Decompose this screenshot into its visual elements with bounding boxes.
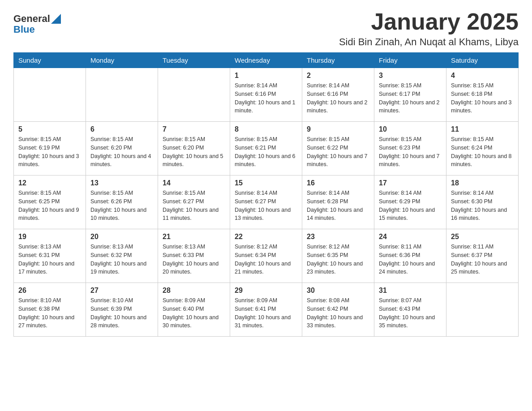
day-sun-info: Sunrise: 8:14 AM Sunset: 6:16 PM Dayligh… xyxy=(235,81,297,115)
weekday-header-row: SundayMondayTuesdayWednesdayThursdayFrid… xyxy=(14,53,519,68)
page-header: General Blue January 2025 Sidi Bin Zinah… xyxy=(13,9,519,48)
calendar-empty-cell xyxy=(14,68,86,122)
day-number: 26 xyxy=(18,287,81,295)
weekday-header-friday: Friday xyxy=(374,53,446,68)
day-number: 20 xyxy=(90,233,153,241)
day-sun-info: Sunrise: 8:11 AM Sunset: 6:36 PM Dayligh… xyxy=(379,243,442,276)
day-sun-info: Sunrise: 8:14 AM Sunset: 6:27 PM Dayligh… xyxy=(235,189,297,223)
calendar-day-5: 5Sunrise: 8:15 AM Sunset: 6:19 PM Daylig… xyxy=(14,122,86,176)
calendar-day-12: 12Sunrise: 8:15 AM Sunset: 6:25 PM Dayli… xyxy=(14,176,86,229)
day-sun-info: Sunrise: 8:15 AM Sunset: 6:26 PM Dayligh… xyxy=(90,189,153,223)
calendar-day-13: 13Sunrise: 8:15 AM Sunset: 6:26 PM Dayli… xyxy=(86,176,158,229)
logo: General Blue xyxy=(13,13,61,35)
day-sun-info: Sunrise: 8:13 AM Sunset: 6:32 PM Dayligh… xyxy=(90,243,153,276)
day-sun-info: Sunrise: 8:08 AM Sunset: 6:42 PM Dayligh… xyxy=(307,296,369,330)
calendar-day-15: 15Sunrise: 8:14 AM Sunset: 6:27 PM Dayli… xyxy=(230,176,302,229)
calendar-empty-cell xyxy=(158,68,230,122)
day-sun-info: Sunrise: 8:15 AM Sunset: 6:27 PM Dayligh… xyxy=(163,189,225,223)
day-number: 1 xyxy=(235,72,297,80)
calendar-day-11: 11Sunrise: 8:15 AM Sunset: 6:24 PM Dayli… xyxy=(446,122,519,176)
day-number: 19 xyxy=(18,233,81,241)
day-number: 5 xyxy=(18,125,81,133)
calendar-day-18: 18Sunrise: 8:14 AM Sunset: 6:30 PM Dayli… xyxy=(446,176,519,229)
day-number: 16 xyxy=(307,179,369,187)
calendar-table: SundayMondayTuesdayWednesdayThursdayFrid… xyxy=(13,52,519,337)
day-number: 18 xyxy=(451,179,514,187)
day-number: 30 xyxy=(307,287,369,295)
weekday-header-monday: Monday xyxy=(86,53,158,68)
day-number: 21 xyxy=(163,233,225,241)
day-number: 27 xyxy=(90,287,153,295)
day-sun-info: Sunrise: 8:15 AM Sunset: 6:25 PM Dayligh… xyxy=(18,189,81,223)
day-sun-info: Sunrise: 8:11 AM Sunset: 6:37 PM Dayligh… xyxy=(451,243,514,276)
day-number: 13 xyxy=(90,179,153,187)
calendar-day-8: 8Sunrise: 8:15 AM Sunset: 6:21 PM Daylig… xyxy=(230,122,302,176)
calendar-day-23: 23Sunrise: 8:12 AM Sunset: 6:35 PM Dayli… xyxy=(302,229,374,283)
day-sun-info: Sunrise: 8:15 AM Sunset: 6:23 PM Dayligh… xyxy=(379,135,442,169)
day-number: 4 xyxy=(451,72,514,80)
calendar-day-6: 6Sunrise: 8:15 AM Sunset: 6:20 PM Daylig… xyxy=(86,122,158,176)
day-sun-info: Sunrise: 8:07 AM Sunset: 6:43 PM Dayligh… xyxy=(379,296,442,330)
weekday-header-sunday: Sunday xyxy=(14,53,86,68)
day-sun-info: Sunrise: 8:10 AM Sunset: 6:38 PM Dayligh… xyxy=(18,296,81,330)
calendar-day-31: 31Sunrise: 8:07 AM Sunset: 6:43 PM Dayli… xyxy=(374,283,446,337)
logo-text: General Blue xyxy=(13,13,61,35)
calendar-empty-cell xyxy=(86,68,158,122)
location-subtitle: Sidi Bin Zinah, An Nuqat al Khams, Libya xyxy=(339,36,519,48)
calendar-day-3: 3Sunrise: 8:15 AM Sunset: 6:17 PM Daylig… xyxy=(374,68,446,122)
calendar-day-4: 4Sunrise: 8:15 AM Sunset: 6:18 PM Daylig… xyxy=(446,68,519,122)
calendar-day-20: 20Sunrise: 8:13 AM Sunset: 6:32 PM Dayli… xyxy=(86,229,158,283)
day-number: 23 xyxy=(307,233,369,241)
day-sun-info: Sunrise: 8:15 AM Sunset: 6:19 PM Dayligh… xyxy=(18,135,81,169)
day-sun-info: Sunrise: 8:14 AM Sunset: 6:16 PM Dayligh… xyxy=(307,81,369,115)
day-sun-info: Sunrise: 8:15 AM Sunset: 6:24 PM Dayligh… xyxy=(451,135,514,169)
calendar-day-7: 7Sunrise: 8:15 AM Sunset: 6:20 PM Daylig… xyxy=(158,122,230,176)
day-sun-info: Sunrise: 8:15 AM Sunset: 6:17 PM Dayligh… xyxy=(379,81,442,115)
day-number: 2 xyxy=(307,72,369,80)
calendar-day-30: 30Sunrise: 8:08 AM Sunset: 6:42 PM Dayli… xyxy=(302,283,374,337)
day-number: 8 xyxy=(235,125,297,133)
day-sun-info: Sunrise: 8:12 AM Sunset: 6:34 PM Dayligh… xyxy=(235,243,297,276)
day-sun-info: Sunrise: 8:15 AM Sunset: 6:20 PM Dayligh… xyxy=(90,135,153,169)
calendar-day-1: 1Sunrise: 8:14 AM Sunset: 6:16 PM Daylig… xyxy=(230,68,302,122)
day-number: 6 xyxy=(90,125,153,133)
title-block: January 2025 Sidi Bin Zinah, An Nuqat al… xyxy=(339,9,519,48)
calendar-empty-cell xyxy=(446,283,519,337)
calendar-day-17: 17Sunrise: 8:14 AM Sunset: 6:29 PM Dayli… xyxy=(374,176,446,229)
calendar-day-10: 10Sunrise: 8:15 AM Sunset: 6:23 PM Dayli… xyxy=(374,122,446,176)
weekday-header-saturday: Saturday xyxy=(446,53,519,68)
day-sun-info: Sunrise: 8:13 AM Sunset: 6:31 PM Dayligh… xyxy=(18,243,81,276)
day-number: 31 xyxy=(379,287,442,295)
day-sun-info: Sunrise: 8:14 AM Sunset: 6:30 PM Dayligh… xyxy=(451,189,514,223)
calendar-day-26: 26Sunrise: 8:10 AM Sunset: 6:38 PM Dayli… xyxy=(14,283,86,337)
day-number: 17 xyxy=(379,179,442,187)
day-number: 10 xyxy=(379,125,442,133)
calendar-day-16: 16Sunrise: 8:14 AM Sunset: 6:28 PM Dayli… xyxy=(302,176,374,229)
calendar-day-2: 2Sunrise: 8:14 AM Sunset: 6:16 PM Daylig… xyxy=(302,68,374,122)
day-sun-info: Sunrise: 8:13 AM Sunset: 6:33 PM Dayligh… xyxy=(163,243,225,276)
calendar-day-19: 19Sunrise: 8:13 AM Sunset: 6:31 PM Dayli… xyxy=(14,229,86,283)
calendar-week-row: 5Sunrise: 8:15 AM Sunset: 6:19 PM Daylig… xyxy=(14,122,519,176)
calendar-week-row: 19Sunrise: 8:13 AM Sunset: 6:31 PM Dayli… xyxy=(14,229,519,283)
day-number: 7 xyxy=(163,125,225,133)
day-number: 9 xyxy=(307,125,369,133)
day-number: 24 xyxy=(379,233,442,241)
day-sun-info: Sunrise: 8:14 AM Sunset: 6:28 PM Dayligh… xyxy=(307,189,369,223)
day-sun-info: Sunrise: 8:14 AM Sunset: 6:29 PM Dayligh… xyxy=(379,189,442,223)
calendar-day-28: 28Sunrise: 8:09 AM Sunset: 6:40 PM Dayli… xyxy=(158,283,230,337)
calendar-week-row: 26Sunrise: 8:10 AM Sunset: 6:38 PM Dayli… xyxy=(14,283,519,337)
calendar-day-14: 14Sunrise: 8:15 AM Sunset: 6:27 PM Dayli… xyxy=(158,176,230,229)
day-number: 3 xyxy=(379,72,442,80)
calendar-day-21: 21Sunrise: 8:13 AM Sunset: 6:33 PM Dayli… xyxy=(158,229,230,283)
calendar-day-24: 24Sunrise: 8:11 AM Sunset: 6:36 PM Dayli… xyxy=(374,229,446,283)
svg-marker-0 xyxy=(51,14,61,24)
weekday-header-tuesday: Tuesday xyxy=(158,53,230,68)
day-number: 29 xyxy=(235,287,297,295)
day-sun-info: Sunrise: 8:15 AM Sunset: 6:20 PM Dayligh… xyxy=(163,135,225,169)
calendar-day-29: 29Sunrise: 8:09 AM Sunset: 6:41 PM Dayli… xyxy=(230,283,302,337)
day-sun-info: Sunrise: 8:15 AM Sunset: 6:21 PM Dayligh… xyxy=(235,135,297,169)
calendar-day-22: 22Sunrise: 8:12 AM Sunset: 6:34 PM Dayli… xyxy=(230,229,302,283)
month-title: January 2025 xyxy=(371,9,519,34)
day-number: 28 xyxy=(163,287,225,295)
day-sun-info: Sunrise: 8:15 AM Sunset: 6:18 PM Dayligh… xyxy=(451,81,514,115)
